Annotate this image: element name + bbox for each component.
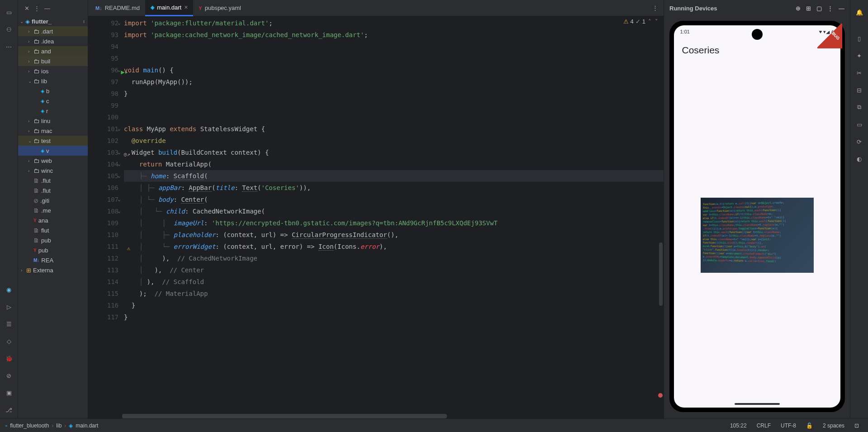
tree-item-REA[interactable]: M↓REA bbox=[18, 255, 88, 265]
device-new-icon[interactable]: ⊞ bbox=[806, 5, 811, 12]
tree-item-.dart[interactable]: ›🗀.dart bbox=[18, 26, 88, 36]
tree-item-pub[interactable]: 🗎pub bbox=[18, 235, 88, 245]
messages-icon[interactable]: ☰ bbox=[3, 318, 15, 330]
code-line-101[interactable]: ⌄class MyApp extends StatelessWidget { bbox=[124, 123, 664, 135]
structure-icon[interactable]: ⚇ bbox=[3, 24, 15, 35]
device-add-icon[interactable]: ⊕ bbox=[796, 5, 801, 12]
code-line-99[interactable] bbox=[124, 100, 664, 111]
inspection-widget[interactable]: ⚠ 4 ✓ 1 ˄ ˅ bbox=[623, 18, 659, 25]
status-extra-icon[interactable]: ⊡ bbox=[851, 423, 863, 429]
tree-item-web[interactable]: ›🗀web bbox=[18, 156, 88, 166]
code-line-107[interactable]: ⌄ │ └─ body: Center( bbox=[124, 194, 664, 205]
project-root[interactable]: ⌄ ◈ flutter_ ↕ bbox=[18, 16, 88, 26]
vcs-icon[interactable]: ⎇ bbox=[3, 404, 15, 416]
tree-item-pub[interactable]: Ypub bbox=[18, 245, 88, 255]
tree-item-and[interactable]: ›🗀and bbox=[18, 46, 88, 56]
gradle-icon[interactable]: ⟳ bbox=[854, 136, 865, 147]
tree-item-.idea[interactable]: ›🗀.idea bbox=[18, 36, 88, 46]
tab-pubspec.yaml[interactable]: Ypubspec.yaml bbox=[193, 0, 247, 16]
tree-item-linu[interactable]: ›🗀linu bbox=[18, 116, 88, 126]
horizontal-scrollbar[interactable] bbox=[122, 414, 447, 418]
tree-item-lib[interactable]: ⌄🗀lib bbox=[18, 76, 88, 86]
ai-assistant-icon[interactable]: ✦ bbox=[854, 50, 865, 62]
notifications-icon[interactable]: 🔔 bbox=[854, 6, 865, 18]
encoding[interactable]: UTF-8 bbox=[777, 423, 800, 429]
tree-item-ios[interactable]: ›🗀ios bbox=[18, 66, 88, 76]
emulator-icon[interactable]: ▯ bbox=[854, 33, 865, 44]
breadcrumb-1[interactable]: lib bbox=[56, 423, 62, 429]
problems-icon[interactable]: ⊘ bbox=[3, 370, 15, 381]
minimize-icon[interactable]: — bbox=[44, 5, 50, 12]
code-line-92[interactable]: ⌄import 'package:flutter/material.dart'; bbox=[124, 17, 664, 29]
code-line-105[interactable]: ⌄ ├─ home: Scaffold( bbox=[124, 170, 664, 182]
tree-item-buil[interactable]: ›🗀buil bbox=[18, 56, 88, 66]
code-line-110[interactable]: │ ├─ placeholder: (context, url) => Circ… bbox=[124, 229, 664, 241]
tree-item-mac[interactable]: ›🗀mac bbox=[18, 126, 88, 136]
close-tab-icon[interactable]: × bbox=[184, 4, 188, 11]
tree-item-b[interactable]: ◈b bbox=[18, 86, 88, 96]
code-line-97[interactable]: runApp(MyApp()); bbox=[124, 76, 664, 88]
code-line-108[interactable]: ⌄ │ └─ child: CachedNetworkImage( bbox=[124, 205, 664, 217]
device-window-icon[interactable]: ▢ bbox=[816, 5, 822, 12]
tree-item-r[interactable]: ◈r bbox=[18, 106, 88, 116]
more-icon[interactable]: ⋯ bbox=[3, 41, 15, 52]
breadcrumb-2[interactable]: main.dart bbox=[76, 423, 98, 429]
tree-item-Externa[interactable]: ›⊞Externa bbox=[18, 265, 88, 275]
fold-icon[interactable]: ⌄ bbox=[118, 158, 121, 170]
code-line-95[interactable] bbox=[124, 52, 664, 64]
tree-item-.me[interactable]: 🗎.me bbox=[18, 205, 88, 215]
code-line-104[interactable]: ⌄ return MaterialApp( bbox=[124, 158, 664, 170]
fold-icon[interactable]: ⌄ bbox=[118, 64, 121, 76]
code-line-114[interactable]: │ ), // Scaffold bbox=[124, 276, 664, 288]
code-line-111[interactable]: │ └─ errorWidget: (context, url, error) … bbox=[124, 241, 664, 252]
device-more-icon[interactable]: ⋮ bbox=[827, 5, 833, 12]
code-line-112[interactable]: │ ), // CachedNetworkImage bbox=[124, 252, 664, 264]
device-minimize-icon[interactable]: — bbox=[839, 5, 844, 12]
tree-item-flut[interactable]: 🗎flut bbox=[18, 225, 88, 235]
tab-README.md[interactable]: M↓README.md bbox=[90, 0, 145, 16]
fold-icon[interactable]: ⌄ bbox=[118, 170, 121, 182]
sync-icon[interactable]: ◐ bbox=[854, 153, 865, 165]
tree-item-v[interactable]: ◈v bbox=[18, 146, 88, 156]
fold-icon[interactable]: ⌄ bbox=[118, 194, 121, 205]
readonly-icon[interactable]: 🔓 bbox=[802, 423, 816, 429]
close-window-icon[interactable]: ✕ bbox=[24, 5, 29, 12]
code-line-103[interactable]: ⌄ Widget build(BuildContext context) { bbox=[124, 147, 664, 158]
device-manager-icon[interactable]: ▭ bbox=[854, 119, 865, 130]
screenshot-icon[interactable]: ✂ bbox=[854, 67, 865, 79]
layers-icon[interactable]: ⧉ bbox=[854, 101, 865, 113]
editor-body[interactable]: 9293949596▶▸979899100101102103◎↗10410510… bbox=[88, 16, 664, 418]
tree-item-test[interactable]: ⌄🗀test bbox=[18, 136, 88, 146]
problem-marker[interactable] bbox=[658, 393, 663, 398]
code-line-109[interactable]: │ │ imageUrl: 'https://encrypted-tbn0.gs… bbox=[124, 217, 664, 229]
code-line-117[interactable]: } bbox=[124, 311, 664, 323]
tree-item-.flut[interactable]: 🗎.flut bbox=[18, 185, 88, 195]
code-line-100[interactable] bbox=[124, 111, 664, 123]
line-ending[interactable]: CRLF bbox=[753, 423, 774, 429]
fold-icon[interactable]: ⌄ bbox=[118, 147, 121, 158]
database-icon[interactable]: ⊟ bbox=[854, 84, 865, 96]
prev-highlight-icon[interactable]: ˄ bbox=[647, 18, 652, 25]
tab-main.dart[interactable]: ◈main.dart× bbox=[145, 0, 193, 16]
cursor-position[interactable]: 105:22 bbox=[726, 423, 750, 429]
more-options-icon[interactable]: ⋮ bbox=[34, 5, 40, 12]
breadcrumbs[interactable]: ▫ flutter_bluetooth › lib › ◈ main.dart bbox=[5, 423, 98, 429]
code-line-113[interactable]: │ ), // Center bbox=[124, 264, 664, 276]
code-line-96[interactable]: ⌄void main() { bbox=[124, 64, 664, 76]
code-line-115[interactable]: ); // MaterialApp bbox=[124, 288, 664, 299]
run-icon[interactable]: ▷ bbox=[3, 301, 15, 313]
debug-icon[interactable]: 🐞 bbox=[3, 352, 15, 364]
fold-icon[interactable]: ⌄ bbox=[118, 205, 121, 217]
code-line-98[interactable]: } bbox=[124, 88, 664, 100]
tree-item-.giti[interactable]: ⊘.giti bbox=[18, 195, 88, 205]
vertical-scrollbar[interactable] bbox=[659, 242, 663, 306]
tree-item-.flut[interactable]: 🗎.flut bbox=[18, 176, 88, 185]
fold-icon[interactable]: ⌄ bbox=[118, 123, 121, 135]
favorites-icon[interactable]: ◇ bbox=[3, 335, 15, 347]
terminal-icon[interactable]: ▣ bbox=[3, 387, 15, 399]
tree-item-winc[interactable]: ›🗀winc bbox=[18, 166, 88, 176]
code-line-116[interactable]: } bbox=[124, 299, 664, 311]
code-line-106[interactable]: │ ├─ appBar: AppBar(title: Text('Coserie… bbox=[124, 182, 664, 194]
breadcrumb-0[interactable]: flutter_bluetooth bbox=[10, 423, 49, 429]
code-line-102[interactable]: @override bbox=[124, 135, 664, 147]
